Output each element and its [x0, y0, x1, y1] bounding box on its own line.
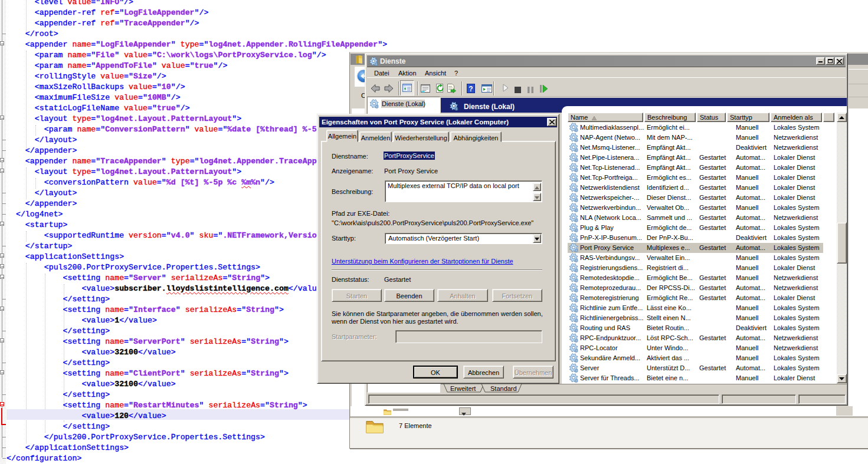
svg-text:Erweitert: Erweitert	[450, 385, 476, 392]
svg-text:?: ?	[469, 85, 473, 93]
svg-text:Standard: Standard	[490, 385, 517, 392]
